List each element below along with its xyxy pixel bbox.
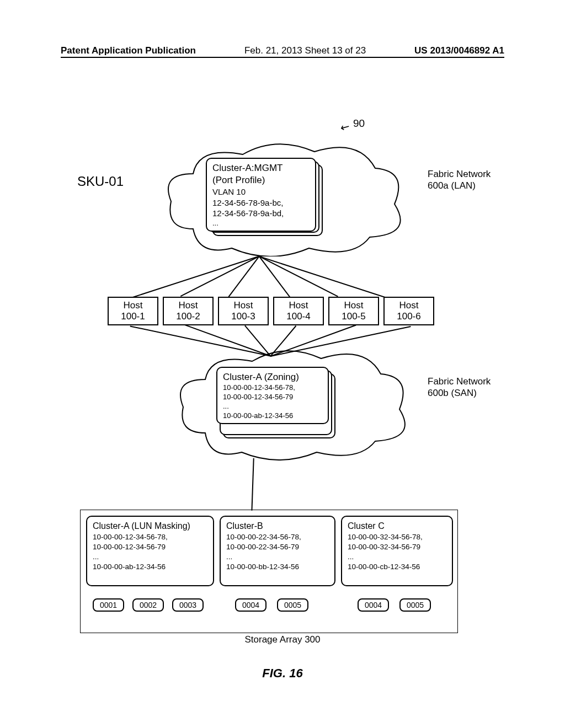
host-2: Host100-2 <box>163 297 214 325</box>
host-5: Host100-5 <box>328 297 379 325</box>
port-profile-box: Cluster-A:MGMT (Port Profile) VLAN 10 12… <box>206 158 316 232</box>
ref-90: 90 <box>353 117 365 130</box>
lun-0004c: 0004 <box>358 598 389 612</box>
ca-w3: 10-00-00-ab-12-34-56 <box>93 562 209 572</box>
zoning-ell: ... <box>223 402 322 411</box>
cluster-c-title: Cluster C <box>348 520 447 532</box>
sku-label: SKU-01 <box>77 174 124 189</box>
lun-0005b: 0005 <box>277 598 308 612</box>
cluster-c-lun: Cluster C 10-00-00-32-34-56-78, 10-00-00… <box>341 516 453 586</box>
profile-mac2: 12-34-56-78-9a-bd, <box>212 208 310 219</box>
cc-w2: 10-00-00-32-34-56-79 <box>348 542 447 552</box>
header-left: Patent Application Publication <box>61 45 196 56</box>
profile-ellipsis: ... <box>212 219 310 228</box>
header-center: Feb. 21, 2013 Sheet 13 of 23 <box>244 45 366 56</box>
profile-title: Cluster-A:MGMT <box>212 162 310 174</box>
host-1: Host100-1 <box>108 297 158 325</box>
header-rule <box>61 57 504 58</box>
cb-ell: ... <box>226 552 330 562</box>
host-3: Host100-3 <box>218 297 269 325</box>
cb-w3: 10-00-00-bb-12-34-56 <box>226 562 330 572</box>
ca-ell: ... <box>93 552 209 562</box>
zoning-box: Cluster-A (Zoning) 10-00-00-12-34-56-78,… <box>216 367 329 424</box>
lun-0004b: 0004 <box>235 598 266 612</box>
ref-90-arrow-icon: ↙ <box>338 119 353 135</box>
cluster-b-lun: Cluster-B 10-00-00-22-34-56-78, 10-00-00… <box>220 516 335 586</box>
cb-w1: 10-00-00-22-34-56-78, <box>226 532 330 542</box>
profile-vlan: VLAN 10 <box>212 186 310 197</box>
cc-w1: 10-00-00-32-34-56-78, <box>348 532 447 542</box>
cluster-b-title: Cluster-B <box>226 520 330 532</box>
san-cloud: Cluster-A (Zoning) 10-00-00-12-34-56-78,… <box>178 347 407 461</box>
cc-w3: 10-00-00-cb-12-34-56 <box>348 562 447 572</box>
host-6: Host100-6 <box>383 297 434 325</box>
lan-cloud: Cluster-A:MGMT (Port Profile) VLAN 10 12… <box>166 141 403 256</box>
header-right: US 2013/0046892 A1 <box>414 45 504 56</box>
san-label: Fabric Network 600b (SAN) <box>428 376 491 399</box>
zoning-title: Cluster-A (Zoning) <box>223 371 322 383</box>
profile-subtitle: (Port Profile) <box>212 174 310 186</box>
storage-caption: Storage Array 300 <box>0 634 565 645</box>
profile-mac1: 12-34-56-78-9a-bc, <box>212 197 310 208</box>
diagram: SKU-01 ↙ 90 Cluster-A:MGMT (Port Profile… <box>0 110 565 634</box>
cc-ell: ... <box>348 552 447 562</box>
zoning-w3: 10-00-00-ab-12-34-56 <box>223 411 322 421</box>
host-4: Host100-4 <box>273 297 324 325</box>
zoning-w1: 10-00-00-12-34-56-78, <box>223 383 322 393</box>
lun-0005c: 0005 <box>399 598 431 612</box>
figure-caption: FIG. 16 <box>0 666 565 681</box>
ca-w2: 10-00-00-12-34-56-79 <box>93 542 209 552</box>
cluster-a-lun: Cluster-A (LUN Masking) 10-00-00-12-34-5… <box>86 516 214 586</box>
storage-array: Cluster-A (LUN Masking) 10-00-00-12-34-5… <box>80 510 458 633</box>
lun-0001: 0001 <box>93 598 124 612</box>
lun-0002: 0002 <box>132 598 164 612</box>
cb-w2: 10-00-00-22-34-56-79 <box>226 542 330 552</box>
ca-w1: 10-00-00-12-34-56-78, <box>93 532 209 542</box>
lun-0003: 0003 <box>172 598 204 612</box>
zoning-w2: 10-00-00-12-34-56-79 <box>223 393 322 402</box>
lan-label: Fabric Network 600a (LAN) <box>428 168 491 192</box>
cluster-a-title: Cluster-A (LUN Masking) <box>93 520 209 532</box>
